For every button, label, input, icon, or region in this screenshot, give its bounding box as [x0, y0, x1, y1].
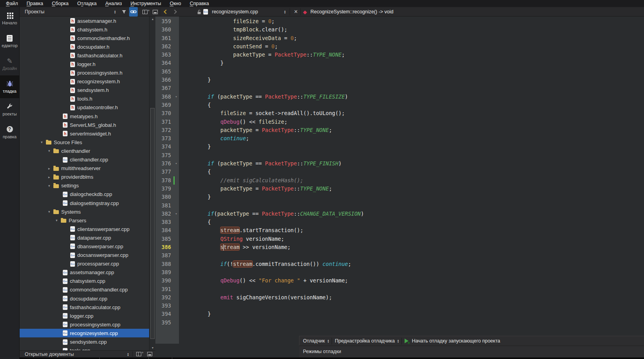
tree-scrollbar[interactable]: ▲ ▼: [149, 16, 155, 350]
tree-item-providerdblms[interactable]: ▸providerdblms: [20, 173, 149, 181]
tree-item-multithreadserver[interactable]: ▸multithreadserver: [20, 164, 149, 173]
line-number[interactable]: 370: [155, 109, 173, 117]
line-number[interactable]: 367: [155, 84, 173, 92]
tree-item-updatecontroller.h[interactable]: hupdatecontroller.h: [20, 103, 149, 112]
fold-marker-icon[interactable]: ▾: [173, 210, 179, 218]
tree-item-chatsystem.cpp[interactable]: C++chatsystem.cpp: [20, 277, 149, 286]
tree-item-fasthashcalculator.h[interactable]: hfasthashcalculator.h: [20, 51, 149, 60]
line-number[interactable]: 368: [155, 93, 173, 101]
tree-item-settings[interactable]: ▾settings: [20, 181, 149, 190]
expanded-arrow-icon[interactable]: ▾: [41, 140, 46, 144]
sync-with-editor-button[interactable]: [129, 7, 138, 16]
tree-item-tools.h[interactable]: htools.h: [20, 95, 149, 103]
tree-item-recognizesystem.h[interactable]: hrecognizesystem.h: [20, 77, 149, 86]
line-number[interactable]: 376: [155, 159, 173, 168]
filter-button[interactable]: [120, 7, 128, 16]
scroll-up-icon[interactable]: ▲: [150, 18, 156, 20]
mode-editor[interactable]: едактор: [0, 30, 19, 53]
pane-select-combo[interactable]: [127, 352, 129, 356]
line-number[interactable]: 395: [155, 319, 173, 327]
tree-item-processingsystem.cpp[interactable]: C++processingsystem.cpp: [20, 320, 149, 329]
scrollbar-thumb[interactable]: [150, 108, 155, 339]
line-number[interactable]: 391: [155, 285, 173, 293]
tree-item-docsupdater.h[interactable]: hdocsupdater.h: [20, 42, 149, 51]
expanded-arrow-icon[interactable]: ▾: [48, 210, 53, 214]
tree-item-dialogsettingstray.cpp[interactable]: C++dialogsettingstray.cpp: [20, 199, 149, 207]
updown-arrows-icon[interactable]: [328, 339, 329, 343]
line-number[interactable]: 374: [155, 143, 173, 151]
tree-item-Source Files[interactable]: ▾Source Files: [20, 138, 149, 147]
line-number[interactable]: 377: [155, 168, 173, 176]
line-number[interactable]: 384: [155, 226, 173, 234]
menu-Файл[interactable]: Файл: [2, 0, 22, 7]
start-debug-label[interactable]: Начать отладку запускающего проекта: [412, 338, 500, 344]
menu-Отладка[interactable]: Отладка: [73, 0, 101, 7]
tree-item-fasthashcalculator.cpp[interactable]: C++fasthashcalculator.cpp: [20, 303, 149, 311]
line-number[interactable]: 359: [155, 17, 173, 26]
fold-marker-icon[interactable]: ▾: [173, 93, 179, 101]
line-number[interactable]: 364: [155, 59, 173, 67]
tree-item-recognizesystem.cpp[interactable]: C++recognizesystem.cpp: [20, 329, 149, 337]
menu-Сборка[interactable]: Сборка: [47, 0, 73, 7]
split-button[interactable]: [140, 7, 149, 16]
line-number[interactable]: 378: [155, 176, 173, 185]
tree-item-metatypes.h[interactable]: hmetatypes.h: [20, 112, 149, 121]
mode-projects[interactable]: роекты: [0, 98, 19, 121]
tree-item-tools.cpp[interactable]: C++tools.cpp: [20, 346, 149, 350]
tree-item-commonclienthandler.h[interactable]: hcommonclienthandler.h: [20, 34, 149, 42]
tree-item-sendsystem.h[interactable]: hsendsystem.h: [20, 86, 149, 95]
line-number[interactable]: 390: [155, 277, 173, 285]
tree-item-logger.h[interactable]: hlogger.h: [20, 60, 149, 68]
line-number[interactable]: 361: [155, 34, 173, 42]
line-number[interactable]: 379: [155, 185, 173, 193]
tree-item-Systems[interactable]: ▾Systems: [20, 207, 149, 216]
close-pane-button[interactable]: [151, 7, 159, 16]
expanded-arrow-icon[interactable]: ▾: [56, 218, 61, 222]
open-document-tab[interactable]: recognizesystem.cpp: [212, 7, 258, 16]
menu-Анализ[interactable]: Анализ: [101, 0, 126, 7]
line-number[interactable]: 363: [155, 51, 173, 59]
line-number[interactable]: 375: [155, 151, 173, 159]
menu-Окно[interactable]: Окно: [165, 0, 185, 7]
tree-item-dbanswerparser.cpp[interactable]: C++dbanswerparser.cpp: [20, 242, 149, 251]
tree-item-clienthandler[interactable]: ▾clienthandler: [20, 147, 149, 155]
tree-item-processingsystem.h[interactable]: hprocessingsystem.h: [20, 69, 149, 77]
menu-Справка[interactable]: Справка: [185, 0, 213, 7]
mode-debug[interactable]: тладка: [0, 75, 19, 98]
go-forward-button[interactable]: [170, 7, 179, 16]
tree-item-clienthandler.cpp[interactable]: C++clienthandler.cpp: [20, 156, 149, 164]
start-debug-icon[interactable]: [405, 339, 409, 343]
file-lock-button[interactable]: [195, 7, 203, 16]
line-number[interactable]: 373: [155, 134, 173, 143]
updown-arrows-icon[interactable]: [398, 339, 399, 343]
line-number[interactable]: 386: [155, 243, 173, 251]
tree-item-Parsers[interactable]: ▾Parsers: [20, 216, 149, 225]
tree-item-docsanswerparser.cpp[interactable]: C++docsanswerparser.cpp: [20, 251, 149, 260]
line-number[interactable]: 389: [155, 268, 173, 277]
collapsed-arrow-icon[interactable]: ▸: [48, 167, 53, 170]
mode-help[interactable]: ? правка: [0, 121, 19, 144]
line-number[interactable]: 372: [155, 126, 173, 134]
menu-Правка[interactable]: Правка: [22, 0, 47, 7]
code-editor[interactable]: 359fileSize = 0;360tmpBlock.clear();361s…: [155, 16, 644, 359]
line-number[interactable]: 381: [155, 201, 173, 210]
line-number[interactable]: 360: [155, 26, 173, 34]
expanded-arrow-icon[interactable]: ▾: [48, 184, 53, 188]
line-number[interactable]: 369: [155, 101, 173, 109]
expanded-arrow-icon[interactable]: ▾: [48, 149, 53, 153]
collapse-icon[interactable]: [147, 352, 152, 356]
tree-item-ServerLMS_global.h[interactable]: hServerLMS_global.h: [20, 121, 149, 129]
line-number[interactable]: 393: [155, 302, 173, 310]
line-number[interactable]: 383: [155, 218, 173, 226]
menu-Инструменты[interactable]: Инструменты: [126, 0, 165, 7]
scroll-down-icon[interactable]: ▼: [150, 346, 156, 349]
line-number[interactable]: 394: [155, 310, 173, 318]
line-number[interactable]: 385: [155, 235, 173, 243]
debugger-preset-combo[interactable]: Преднастройка отладчика: [335, 338, 395, 344]
split-icon[interactable]: [136, 352, 141, 356]
mode-welcome[interactable]: Начало: [0, 7, 19, 30]
tree-item-dataparser.cpp[interactable]: C++dataparser.cpp: [20, 233, 149, 242]
tree-sort-combo[interactable]: [111, 7, 119, 16]
document-list-combo[interactable]: [281, 7, 289, 16]
tree-item-assetsmanager.cpp[interactable]: C++assetsmanager.cpp: [20, 268, 149, 277]
